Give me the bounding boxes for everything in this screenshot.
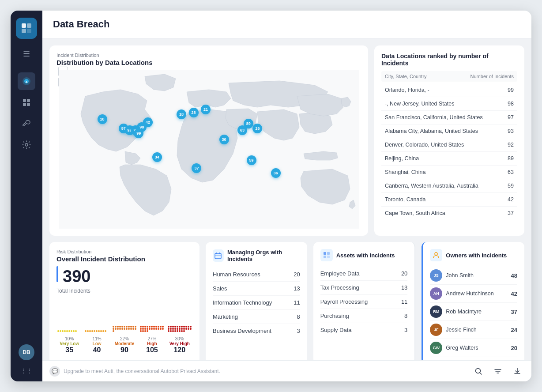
location-count: 93 (508, 128, 514, 134)
filter-button[interactable] (491, 364, 505, 378)
sidebar-item-tools[interactable] (18, 115, 35, 132)
location-count: 37 (508, 210, 514, 216)
risk-label-item: 30% Very High 120 (167, 336, 192, 354)
bottom-row: Risk Distribution Overall Incident Distr… (49, 242, 524, 360)
svg-rect-10 (27, 103, 30, 106)
more-options[interactable]: ⋮⋮ (20, 367, 33, 374)
org-name: Marketing (213, 313, 238, 320)
owner-row: JS John Smith 48 (430, 267, 517, 285)
user-avatar[interactable]: DB (19, 344, 34, 360)
location-row: Toronto, Canada42 (381, 193, 517, 207)
location-row: San Francisco, California, United States… (381, 111, 517, 124)
locations-card: Data Locations ranked by number of Incid… (374, 45, 524, 236)
asset-row: Employee Data20 (320, 267, 408, 281)
search-button[interactable] (471, 364, 486, 378)
asset-count: 3 (404, 327, 407, 333)
top-row: Incident Distribution Distribution by Da… (49, 45, 524, 236)
risk-labels: 10% Very Low 35 11% Low 40 22% Moderate … (56, 336, 192, 354)
settings-icon (22, 140, 31, 149)
risk-subtitle: Risk Distribution (56, 249, 192, 254)
sidebar-item-security[interactable]: 4 (18, 72, 35, 90)
total-number: 390 (63, 267, 90, 286)
sidebar: ☰ 4 DB (11, 11, 42, 381)
export-button[interactable] (510, 364, 524, 378)
total-incidents-label: Total Incidents (56, 288, 192, 294)
location-name: Toronto, Canada (385, 196, 425, 203)
map-card: Incident Distribution Distribution by Da… (49, 45, 368, 236)
map-pin: 59 (247, 155, 256, 165)
asset-count: 11 (401, 298, 407, 305)
svg-rect-3 (27, 29, 31, 33)
svg-line-23 (480, 373, 482, 374)
location-row: Denver, Colorado, United States92 (381, 138, 517, 152)
locations-title: Data Locations ranked by number of Incid… (381, 53, 517, 67)
map-pin: 18 (98, 114, 107, 124)
map-subtitle: Incident Distribution (56, 53, 361, 58)
org-count: 20 (294, 271, 300, 278)
location-row: Alabama City, Alabama, United States93 (381, 124, 517, 138)
location-count: 59 (508, 183, 514, 189)
owner-row: RM Rob Macintyre 37 (430, 303, 517, 321)
bottom-actions (471, 364, 524, 378)
svg-text:4: 4 (26, 80, 28, 84)
svg-rect-0 (22, 23, 26, 28)
risk-label-item: 11% Low 40 (84, 336, 109, 354)
asset-name: Tax Processing (320, 284, 359, 291)
map-pin: 21 (201, 105, 211, 114)
assets-title: Assets with Incidents (336, 252, 395, 259)
owner-count: 42 (511, 290, 517, 297)
risk-dot-column (112, 298, 137, 333)
total-incidents: 390 (56, 266, 192, 286)
hamburger-menu[interactable]: ☰ (18, 46, 35, 62)
risk-dot-column (167, 298, 192, 333)
owner-count: 24 (511, 327, 517, 333)
risk-pct: 10% (56, 336, 82, 341)
org-count: 8 (297, 313, 300, 320)
org-row: Marketing8 (213, 310, 300, 324)
asset-name: Employee Data (320, 270, 360, 277)
orgs-icon (213, 249, 224, 262)
map-pin: 37 (192, 163, 201, 173)
content-area: Incident Distribution Distribution by Da… (42, 38, 531, 360)
location-count: 98 (508, 101, 514, 107)
svg-rect-19 (324, 256, 326, 258)
owner-avatar: GW (430, 342, 442, 354)
sidebar-item-dashboard[interactable] (18, 94, 35, 111)
orgs-header: Managing Orgs with Incidents (213, 249, 300, 262)
owner-avatar: RM (430, 305, 442, 318)
world-map: 184297929398992818213437308926635936 (56, 70, 361, 229)
location-count: 99 (508, 87, 514, 93)
location-col-header: City, State, Country (385, 74, 427, 79)
org-row: Human Resources20 (213, 268, 300, 282)
location-row: Canberra, Western Australia, Australia59 (381, 179, 517, 193)
owners-header: Owners with Incidents (430, 249, 517, 261)
risk-pct: 22% (112, 336, 137, 341)
org-row: Sales13 (213, 282, 300, 296)
owner-name: John Smith (446, 272, 507, 279)
location-name: Orlando, Florida, - (385, 87, 429, 93)
svg-rect-9 (23, 103, 26, 106)
page-title: Data Breach (53, 19, 109, 30)
export-icon (513, 367, 521, 375)
incidents-col-header: Number of Incidents (470, 74, 514, 79)
map-pin: 30 (219, 135, 229, 144)
risk-dot-column (139, 298, 165, 333)
asset-count: 20 (401, 270, 407, 277)
location-name: -, New Jersey, United States (385, 101, 454, 107)
chat-hint-text: Upgrade to meet Auti, the conversational… (64, 368, 220, 374)
location-count: 42 (508, 196, 514, 203)
risk-card: Risk Distribution Overall Incident Distr… (49, 242, 199, 360)
map-pin: 28 (189, 108, 199, 117)
dot-chart (56, 298, 192, 333)
orgs-card: Managing Orgs with Incidents Human Resou… (206, 242, 307, 360)
locations-table-body: Orlando, Florida, -99-, New Jersey, Unit… (381, 83, 517, 220)
org-name: Sales (213, 285, 227, 292)
chat-hint: 💬 Upgrade to meet Auti, the conversation… (49, 366, 220, 377)
main-content: Data Breach Incident Distribution Distri… (42, 11, 531, 381)
bottom-bar: 💬 Upgrade to meet Auti, the conversation… (42, 360, 531, 381)
sidebar-item-settings[interactable] (18, 136, 35, 154)
owner-row: AH Andrew Hutchinson 42 (430, 285, 517, 303)
owner-count: 48 (511, 272, 517, 279)
location-count: 89 (508, 155, 514, 162)
risk-name: High (139, 341, 165, 346)
